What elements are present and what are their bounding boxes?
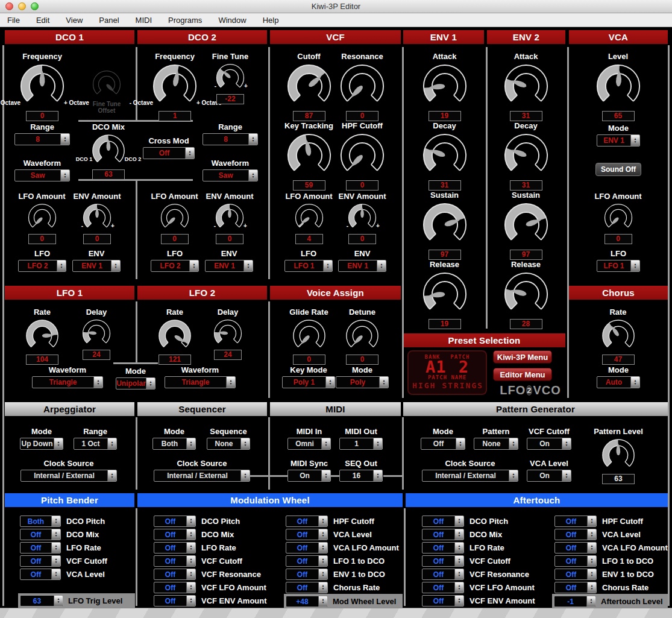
menu-item[interactable]: File <box>7 16 20 25</box>
stepper-icon[interactable]: ▲▼ <box>454 569 463 579</box>
stepper-icon[interactable]: ▲▼ <box>186 529 195 540</box>
mod-row-select[interactable]: Off▲▼ <box>154 595 196 607</box>
mod-row-select[interactable]: Off▲▼ <box>554 582 597 593</box>
midi-out-select[interactable]: 1▲▼ <box>339 438 383 450</box>
stepper-icon[interactable]: ▲▼ <box>379 377 388 388</box>
seq-sequence-select[interactable]: None▲▼ <box>207 438 250 450</box>
knob-value[interactable]: 97 <box>510 250 542 260</box>
stepper-icon[interactable]: ▲▼ <box>226 377 235 388</box>
knob-value[interactable]: 4 <box>295 234 323 244</box>
sound-off-button[interactable]: Sound Off <box>595 163 641 176</box>
mod-row-select[interactable]: Off▲▼ <box>154 582 196 593</box>
stepper-icon[interactable]: ▲▼ <box>509 438 518 449</box>
stepper-icon[interactable]: ▲▼ <box>60 170 69 181</box>
minimize-button[interactable] <box>18 2 26 10</box>
stepper-icon[interactable]: ▲▼ <box>587 582 596 593</box>
vcf-resonance-knob[interactable] <box>339 63 386 110</box>
vcf-key-tracking-knob[interactable] <box>286 132 333 179</box>
pattern-vca-level-select[interactable]: On▲▼ <box>527 470 571 482</box>
knob-value[interactable]: 0 <box>83 234 111 244</box>
lfo2-delay-knob[interactable] <box>213 318 243 348</box>
env2-sustain-knob[interactable] <box>503 201 550 248</box>
stepper-icon[interactable]: ▲▼ <box>318 529 327 540</box>
stepper-icon[interactable]: ▲▼ <box>456 438 465 449</box>
stepper-icon[interactable]: ▲▼ <box>318 596 327 607</box>
stepper-icon[interactable]: ▲▼ <box>107 470 116 481</box>
mod-row-select[interactable]: Off▲▼ <box>20 569 61 580</box>
stepper-icon[interactable]: ▲▼ <box>185 148 194 159</box>
mod-row-select[interactable]: Off▲▼ <box>422 529 464 540</box>
pattern-clock-source-select[interactable]: Internal / External▲▼ <box>422 470 518 482</box>
stepper-icon[interactable]: ▲▼ <box>111 260 120 271</box>
mod-wheel-level-select[interactable]: +48▲▼ <box>286 596 328 607</box>
mod-row-select[interactable]: Off▲▼ <box>554 569 597 580</box>
stepper-icon[interactable]: ▲▼ <box>630 135 639 146</box>
mod-row-select[interactable]: Off▲▼ <box>422 595 464 607</box>
close-button[interactable] <box>5 2 13 10</box>
mod-row-select[interactable]: Off▲▼ <box>154 569 196 580</box>
knob-value[interactable]: 65 <box>602 111 635 121</box>
stepper-icon[interactable]: ▲▼ <box>454 543 463 553</box>
stepper-icon[interactable]: ▲▼ <box>454 596 463 606</box>
knob-value[interactable]: 0 <box>346 180 378 191</box>
stepper-icon[interactable]: ▲▼ <box>587 543 596 553</box>
stepper-icon[interactable]: ▲▼ <box>587 556 596 566</box>
knob-value[interactable]: 97 <box>429 250 461 260</box>
dco2-waveform-select[interactable]: Saw▲▼ <box>203 169 258 181</box>
mod-row-select[interactable]: Off▲▼ <box>286 529 328 540</box>
kiwi-menu-button[interactable]: Kiwi-3P Menu <box>493 350 552 364</box>
knob-value[interactable]: 104 <box>26 355 58 365</box>
stepper-icon[interactable]: ▲▼ <box>54 596 63 606</box>
editor-menu-button[interactable]: Editor Menu <box>493 368 552 381</box>
voice-mode-select[interactable]: Poly▲▼ <box>336 376 389 388</box>
vca-lfo-select[interactable]: LFO 1▲▼ <box>597 260 640 272</box>
knob-value[interactable]: 19 <box>429 111 461 121</box>
voice-glide-rate-knob[interactable] <box>292 318 327 353</box>
dco1-frequency-knob[interactable] <box>19 63 66 110</box>
dco2-lfo-select[interactable]: LFO 2▲▼ <box>151 260 199 272</box>
stepper-icon[interactable]: ▲▼ <box>51 569 60 579</box>
mod-row-select[interactable]: Off▲▼ <box>554 516 597 527</box>
menu-item[interactable]: Edit <box>36 16 49 25</box>
stepper-icon[interactable]: ▲▼ <box>318 582 327 593</box>
stepper-icon[interactable]: ▲▼ <box>54 438 63 449</box>
stepper-icon[interactable]: ▲▼ <box>318 516 327 526</box>
mod-row-select[interactable]: Off▲▼ <box>20 555 61 567</box>
knob-value[interactable]: -22 <box>216 94 244 104</box>
mod-row-select[interactable]: Off▲▼ <box>286 555 328 567</box>
env1-decay-knob[interactable] <box>421 132 468 179</box>
stepper-icon[interactable]: ▲▼ <box>93 377 102 388</box>
lfo1-waveform-select[interactable]: Triangle▲▼ <box>32 376 103 388</box>
env1-release-knob[interactable] <box>421 271 468 318</box>
knob-value[interactable]: 31 <box>510 180 542 191</box>
vca-level-knob[interactable] <box>595 63 642 110</box>
stepper-icon[interactable]: ▲▼ <box>587 529 596 540</box>
dco1-lfo-amount-knob[interactable] <box>27 203 57 233</box>
arp-mode-select[interactable]: Up Down▲▼ <box>20 438 63 450</box>
stepper-icon[interactable]: ▲▼ <box>248 134 257 145</box>
knob-value[interactable]: 0 <box>216 234 243 244</box>
mod-row-select[interactable]: Off▲▼ <box>286 569 328 580</box>
mod-row-select[interactable]: Off▲▼ <box>286 542 328 553</box>
stepper-icon[interactable]: ▲▼ <box>318 569 327 579</box>
lfo-trig-level-select[interactable]: 63▲▼ <box>20 595 63 607</box>
mod-row-select[interactable]: Off▲▼ <box>422 516 464 527</box>
vcf-cutoff-knob[interactable] <box>286 63 333 110</box>
pattern-level-knob[interactable] <box>601 438 636 473</box>
vcf-lfo-amount-knob[interactable] <box>294 203 324 233</box>
dco1-lfo-select[interactable]: LFO 2▲▼ <box>18 260 66 272</box>
mod-row-select[interactable]: Off▲▼ <box>20 542 61 553</box>
dco1-env-amount-knob[interactable] <box>82 203 112 233</box>
stepper-icon[interactable]: ▲▼ <box>146 378 155 389</box>
menu-item[interactable]: Panel <box>99 16 119 25</box>
stepper-icon[interactable]: ▲▼ <box>51 556 60 566</box>
env2-release-knob[interactable] <box>503 271 550 318</box>
mod-row-select[interactable]: Off▲▼ <box>154 516 196 527</box>
stepper-icon[interactable]: ▲▼ <box>323 260 332 271</box>
stepper-icon[interactable]: ▲▼ <box>51 529 60 540</box>
stepper-icon[interactable]: ▲▼ <box>454 556 463 566</box>
knob-value[interactable]: 31 <box>510 111 542 121</box>
dco2-fine-tune-knob[interactable] <box>215 63 245 93</box>
stepper-icon[interactable]: ▲▼ <box>321 438 330 449</box>
env2-decay-knob[interactable] <box>503 132 550 179</box>
